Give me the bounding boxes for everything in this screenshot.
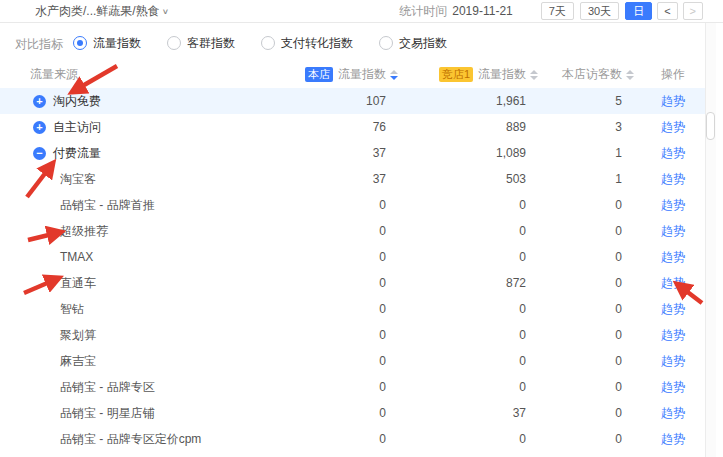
visitors-value: 0	[526, 328, 622, 342]
scrollbar-thumb[interactable]	[706, 112, 715, 140]
expand-toggle-icon[interactable]: +	[33, 95, 46, 108]
trend-link[interactable]: 趋势	[661, 432, 685, 446]
traffic-source-label: 麻吉宝	[60, 353, 96, 370]
rival-index-value: 0	[386, 224, 526, 238]
expand-toggle-icon[interactable]: +	[33, 121, 46, 134]
trend-link[interactable]: 趋势	[661, 146, 685, 160]
col-own-index[interactable]: 本店 流量指数	[256, 66, 386, 83]
trend-link[interactable]: 趋势	[661, 250, 685, 264]
visitors-value: 1	[526, 172, 622, 186]
rival-index-value: 37	[386, 406, 526, 420]
metric-option[interactable]: 客群指数	[167, 35, 235, 52]
traffic-source-label: 淘内免费	[53, 93, 101, 110]
metric-option-label: 流量指数	[93, 35, 141, 52]
row-name-cell: 智钻	[0, 301, 256, 318]
table-row: 智钻 0 0 0 趋势	[0, 296, 706, 322]
metric-option[interactable]: 交易指数	[379, 35, 447, 52]
visitors-value: 0	[526, 198, 622, 212]
rival-index-value: 503	[386, 172, 526, 186]
prev-day-button[interactable]: <	[657, 2, 677, 20]
visitors-value: 3	[526, 120, 622, 134]
table-row: 品销宝 - 明星店铺 0 37 0 趋势	[0, 400, 706, 426]
own-index-value: 107	[256, 94, 386, 108]
traffic-source-label: 超级推荐	[60, 223, 108, 240]
expand-toggle-icon[interactable]: −	[33, 147, 46, 160]
range-button-7天[interactable]: 7天	[541, 2, 574, 20]
traffic-source-label: TMAX	[60, 250, 93, 264]
trend-link[interactable]: 趋势	[661, 276, 685, 290]
visitors-value: 0	[526, 276, 622, 290]
stat-time-label: 统计时间	[399, 3, 447, 20]
radio-icon	[167, 36, 181, 50]
traffic-source-label: 智钻	[60, 301, 84, 318]
trend-link[interactable]: 趋势	[661, 302, 685, 316]
metric-option-label: 客群指数	[187, 35, 235, 52]
radio-icon	[379, 36, 393, 50]
visitors-value: 0	[526, 432, 622, 446]
row-name-cell: 麻吉宝	[0, 353, 256, 370]
radio-icon	[73, 36, 87, 50]
metric-option[interactable]: 流量指数	[73, 35, 141, 52]
trend-link[interactable]: 趋势	[661, 328, 685, 342]
own-index-value: 0	[256, 224, 386, 238]
trend-link[interactable]: 趋势	[661, 354, 685, 368]
chevron-down-icon: ∨	[162, 7, 169, 16]
table-row: 聚划算 0 0 0 趋势	[0, 322, 706, 348]
row-name-cell: − 付费流量	[0, 145, 256, 162]
range-button-30天[interactable]: 30天	[580, 2, 619, 20]
table-row: 淘宝客 37 503 1 趋势	[0, 166, 706, 192]
radio-icon	[261, 36, 275, 50]
visitors-value: 0	[526, 380, 622, 394]
rival-index-label: 流量指数	[478, 66, 526, 83]
traffic-source-label: 自主访问	[53, 119, 101, 136]
trend-link[interactable]: 趋势	[661, 380, 685, 394]
trend-link[interactable]: 趋势	[661, 172, 685, 186]
traffic-source-label: 付费流量	[53, 145, 101, 162]
table-row: TMAX 0 0 0 趋势	[0, 244, 706, 270]
row-name-cell: 淘宝客	[0, 171, 256, 188]
compare-metric-label: 对比指标	[15, 36, 63, 53]
rival-index-value: 889	[386, 120, 526, 134]
rival-index-value: 0	[386, 354, 526, 368]
traffic-source-label: 品销宝 - 品牌专区定价cpm	[60, 431, 201, 448]
own-index-value: 0	[256, 406, 386, 420]
own-index-value: 0	[256, 432, 386, 446]
range-button-日[interactable]: 日	[625, 2, 652, 20]
metric-option-label: 交易指数	[399, 35, 447, 52]
own-index-value: 0	[256, 250, 386, 264]
rival-index-value: 0	[386, 302, 526, 316]
own-index-value: 0	[256, 302, 386, 316]
traffic-source-label: 淘宝客	[60, 171, 96, 188]
range-buttons: 7天30天日	[535, 2, 652, 20]
visitors-value: 0	[526, 354, 622, 368]
table-row: 超级推荐 0 0 0 趋势	[0, 218, 706, 244]
rival-index-value: 1,961	[386, 94, 526, 108]
metric-options: 流量指数客群指数支付转化指数交易指数	[73, 35, 473, 54]
rival-index-value: 0	[386, 432, 526, 446]
trend-link[interactable]: 趋势	[661, 406, 685, 420]
trend-link[interactable]: 趋势	[661, 198, 685, 212]
category-breadcrumb[interactable]: 水产肉类/...鲜蔬果/熟食 ∨	[35, 3, 169, 20]
next-day-button[interactable]: >	[683, 2, 703, 20]
visitors-value: 0	[526, 250, 622, 264]
metric-option[interactable]: 支付转化指数	[261, 35, 353, 52]
own-index-label: 流量指数	[338, 66, 386, 83]
table-row: + 自主访问 76 889 3 趋势	[0, 114, 706, 140]
col-rival-index[interactable]: 竞店1 流量指数	[386, 66, 526, 83]
row-name-cell: 直通车	[0, 275, 256, 292]
visitors-value: 0	[526, 406, 622, 420]
trend-link[interactable]: 趋势	[661, 224, 685, 238]
rival-index-value: 0	[386, 198, 526, 212]
row-name-cell: 品销宝 - 品牌专区	[0, 379, 256, 396]
table-header: 流量来源 本店 流量指数 竞店1 流量指数 本店访客数 操作	[0, 61, 706, 88]
scrollbar-track	[705, 23, 716, 457]
visitors-value: 0	[526, 302, 622, 316]
compare-metric-row: 对比指标 流量指数客群指数支付转化指数交易指数	[0, 33, 723, 55]
traffic-source-label: 聚划算	[60, 327, 96, 344]
trend-link[interactable]: 趋势	[661, 120, 685, 134]
trend-link[interactable]: 趋势	[661, 94, 685, 108]
own-store-badge: 本店	[305, 67, 333, 82]
col-visitors[interactable]: 本店访客数	[526, 66, 622, 83]
traffic-source-label: 品销宝 - 品牌首推	[60, 197, 155, 214]
own-index-value: 0	[256, 380, 386, 394]
